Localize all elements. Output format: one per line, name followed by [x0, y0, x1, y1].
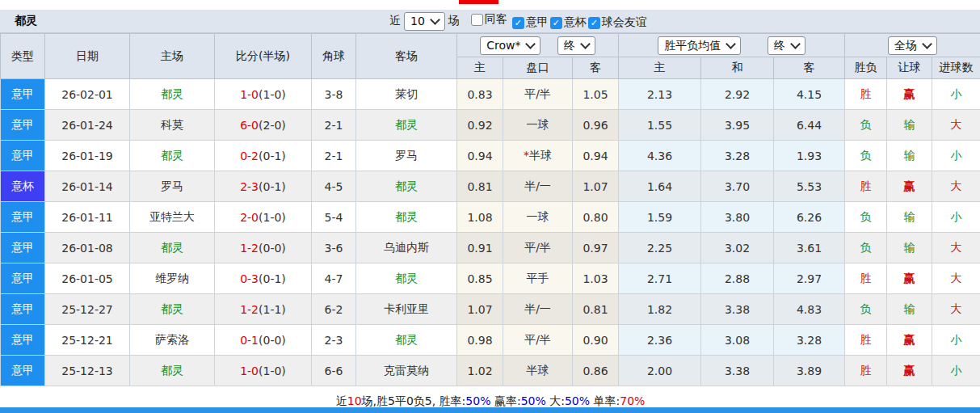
filter-checkbox[interactable]: ✓意甲 [512, 15, 549, 30]
scope-select-value: 全场 [894, 39, 917, 53]
avg-away: 3.61 [774, 233, 845, 263]
halftime-score: (1-0) [259, 211, 286, 224]
odds-away: 1.05 [573, 79, 619, 110]
home-team: 萨索洛 [130, 325, 215, 356]
fulltime-score: 1-2 [240, 303, 259, 316]
filter-checkbox[interactable]: ✓意杯 [550, 15, 587, 30]
avg-home: 1.82 [619, 294, 701, 325]
avg-draw: 2.88 [701, 263, 774, 294]
result-goals: 大 [932, 110, 980, 141]
score-cell: 6-0(2-0) [215, 110, 312, 141]
avg-select-cell: 胜平负均值 终 [619, 34, 845, 57]
halftime-score: (0-0) [259, 334, 286, 347]
odds-home: 0.94 [457, 141, 503, 171]
result-goals: 小 [932, 356, 980, 386]
fulltime-score: 0-1 [240, 334, 259, 347]
league-badge: 意甲 [1, 294, 45, 325]
odds-away: 0.90 [573, 325, 619, 356]
match-date: 25-12-27 [45, 294, 130, 325]
subcol-odds-home: 主 [457, 57, 503, 79]
odds-handicap: 平/半 [503, 325, 573, 356]
odds-home: 0.83 [457, 79, 503, 110]
away-team: 都灵 [356, 263, 457, 294]
col-header-score: 比分(半场) [215, 34, 312, 79]
away-team: 都灵 [356, 202, 457, 233]
league-badge: 意甲 [1, 79, 45, 110]
checked-checkbox-icon: ✓ [512, 17, 524, 29]
recent-label: 近 [389, 14, 401, 28]
away-team: 莱切 [356, 79, 457, 110]
chevron-down-icon [922, 39, 932, 49]
result-wdl: 负 [845, 294, 887, 325]
summary-segment: 50% [465, 394, 490, 407]
subcol-goals: 进球数 [932, 57, 980, 79]
corner-score: 3-6 [312, 233, 356, 263]
odds-home: 0.92 [457, 110, 503, 141]
away-team: 罗马 [356, 141, 457, 171]
result-goals: 小 [932, 202, 980, 233]
chevron-down-icon [430, 15, 440, 25]
result-wdl: 负 [845, 233, 887, 263]
match-date: 26-01-14 [45, 171, 130, 202]
odds-handicap: 平/半 [503, 79, 573, 110]
avg-draw: 3.95 [701, 110, 774, 141]
result-handicap: 输 [887, 202, 932, 233]
filter-checkbox[interactable]: ✓球会友谊 [588, 15, 647, 30]
score-cell: 0-2(0-1) [215, 141, 312, 171]
score-cell: 1-0(1-0) [215, 79, 312, 110]
table-row: 意甲 26-02-01 都灵 1-0(1-0) 3-8 莱切 0.83 平/半 … [1, 79, 980, 110]
odds-handicap: 一球 [503, 202, 573, 233]
match-date: 26-02-01 [45, 79, 130, 110]
odds-handicap: 半球 [503, 356, 573, 386]
avg-draw: 3.70 [701, 171, 774, 202]
table-row: 意甲 26-01-24 科莫 6-0(2-0) 2-1 都灵 0.92 一球 0… [1, 110, 980, 141]
avg-stage-value: 终 [774, 39, 785, 53]
avg-away: 5.53 [774, 171, 845, 202]
odds-home: 0.85 [457, 263, 503, 294]
league-badge: 意甲 [1, 110, 45, 141]
avg-draw: 2.92 [701, 79, 774, 110]
league-badge: 意甲 [1, 263, 45, 294]
bookmaker-select[interactable]: Crow* [480, 36, 540, 55]
corner-score: 6-2 [312, 294, 356, 325]
bookmaker-stage-select[interactable]: 终 [557, 36, 595, 55]
odds-away: 0.97 [573, 233, 619, 263]
avg-stage-select[interactable]: 终 [768, 36, 805, 55]
subcol-result: 胜负 [845, 57, 887, 79]
corner-score: 5-4 [312, 202, 356, 233]
chevron-down-icon [580, 39, 591, 49]
subcol-avg-draw: 和 [701, 57, 774, 79]
avg-odds-select[interactable]: 胜平负均值 [658, 36, 741, 55]
score-cell: 2-0(1-0) [215, 202, 312, 233]
table-row: 意甲 25-12-27 都灵 1-2(1-1) 6-2 卡利亚里 1.07 半/… [1, 294, 980, 325]
avg-home: 2.25 [619, 233, 701, 263]
odds-handicap: 半/一 [503, 294, 573, 325]
odds-away: 1.03 [573, 263, 619, 294]
matches-tbody: 意甲 26-02-01 都灵 1-0(1-0) 3-8 莱切 0.83 平/半 … [1, 79, 980, 386]
table-row: 意甲 26-01-08 都灵 1-2(0-0) 3-6 乌迪内斯 0.91 平/… [1, 233, 980, 263]
filter-bar: 都灵 近 10 场 同客✓意甲✓意杯✓球会友谊 [0, 10, 980, 33]
avg-odds-select-value: 胜平负均值 [664, 39, 721, 53]
recent-count-select[interactable]: 10 [404, 12, 445, 31]
col-header-date: 日期 [45, 34, 130, 79]
filter-checkbox[interactable]: 同客 [471, 12, 507, 27]
match-date: 26-01-19 [45, 141, 130, 171]
odds-away: 0.80 [573, 202, 619, 233]
result-handicap: 赢 [887, 79, 932, 110]
home-team: 罗马 [130, 171, 215, 202]
avg-away: 2.97 [774, 263, 845, 294]
scope-select[interactable]: 全场 [888, 36, 937, 55]
avg-draw: 3.38 [701, 356, 774, 386]
avg-away: 6.44 [774, 110, 845, 141]
match-date: 25-12-21 [45, 325, 130, 356]
corner-score: 3-8 [312, 79, 356, 110]
score-cell: 0-1(0-0) [215, 325, 312, 356]
table-row: 意甲 26-01-11 亚特兰大 2-0(1-0) 5-4 都灵 1.08 一球… [1, 202, 980, 233]
match-date: 26-01-08 [45, 233, 130, 263]
league-badge: 意甲 [1, 325, 45, 356]
league-filter-checkboxes: 同客✓意甲✓意杯✓球会友谊 [463, 12, 649, 30]
halftime-score: (2-0) [259, 119, 286, 132]
page-title: 都灵 [15, 14, 37, 28]
fulltime-score: 2-0 [240, 211, 259, 224]
result-handicap: 输 [887, 294, 932, 325]
